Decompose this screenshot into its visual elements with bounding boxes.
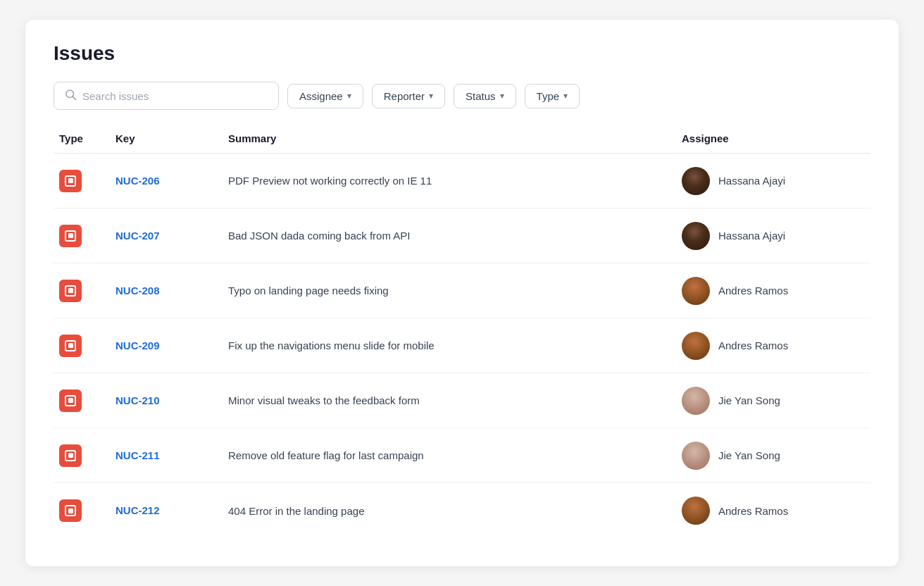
bug-type-icon xyxy=(59,170,82,192)
summary-cell: Typo on landing page needs fixing xyxy=(228,285,682,297)
assignee-cell: Jie Yan Song xyxy=(682,442,865,470)
bug-icon-inner-square xyxy=(68,233,73,238)
assignee-name: Jie Yan Song xyxy=(718,449,780,461)
bug-icon-square xyxy=(65,395,76,406)
bug-icon-square xyxy=(65,285,76,297)
type-cell xyxy=(59,335,116,357)
table-header: Type Key Summary Assignee xyxy=(54,132,870,154)
type-cell xyxy=(59,444,116,467)
key-cell[interactable]: NUC-207 xyxy=(116,230,228,242)
avatar xyxy=(682,332,710,360)
type-cell xyxy=(59,499,116,522)
reporter-filter-button[interactable]: Reporter ▾ xyxy=(372,84,445,108)
summary-cell: Minor visual tweaks to the feedback form xyxy=(228,394,682,406)
issues-table: Type Key Summary Assignee NUC-206 PDF Pr… xyxy=(54,132,870,538)
assignee-cell: Andres Ramos xyxy=(682,332,865,360)
bug-icon-square xyxy=(65,505,76,516)
type-cell xyxy=(59,280,116,302)
bug-type-icon xyxy=(59,444,82,467)
assignee-name: Andres Ramos xyxy=(718,505,788,517)
issues-card: Issues Assignee ▾ Reporter ▾ Status ▾ Ty… xyxy=(25,20,899,566)
assignee-name: Hassana Ajayi xyxy=(718,230,785,242)
type-cell xyxy=(59,225,116,247)
type-filter-label: Type xyxy=(537,90,560,102)
assignee-name: Andres Ramos xyxy=(718,339,788,351)
key-cell[interactable]: NUC-212 xyxy=(116,504,228,517)
summary-cell: 404 Error in the landing page xyxy=(228,505,682,517)
assignee-cell: Hassana Ajayi xyxy=(682,167,865,195)
avatar xyxy=(682,497,710,525)
bug-icon-square xyxy=(65,175,76,187)
key-cell[interactable]: NUC-210 xyxy=(116,394,228,407)
table-row[interactable]: NUC-209 Fix up the navigations menu slid… xyxy=(54,318,870,373)
table-row[interactable]: NUC-210 Minor visual tweaks to the feedb… xyxy=(54,373,870,428)
bug-type-icon xyxy=(59,225,82,247)
col-header-key: Key xyxy=(116,132,228,144)
search-icon xyxy=(64,88,77,104)
search-input[interactable] xyxy=(82,90,268,102)
status-filter-button[interactable]: Status ▾ xyxy=(454,84,516,108)
issue-key-link[interactable]: NUC-209 xyxy=(116,339,160,351)
issue-key-link[interactable]: NUC-208 xyxy=(116,285,160,297)
type-filter-button[interactable]: Type ▾ xyxy=(525,84,580,108)
assignee-cell: Hassana Ajayi xyxy=(682,222,865,250)
table-row[interactable]: NUC-212 404 Error in the landing page An… xyxy=(54,483,870,538)
type-cell xyxy=(59,389,116,412)
bug-type-icon xyxy=(59,389,82,412)
issue-key-link[interactable]: NUC-210 xyxy=(116,394,160,406)
assignee-name: Hassana Ajayi xyxy=(718,175,785,187)
bug-icon-inner-square xyxy=(68,288,73,293)
avatar xyxy=(682,442,710,470)
col-header-summary: Summary xyxy=(228,132,682,144)
bug-type-icon xyxy=(59,335,82,357)
bug-icon-square xyxy=(65,340,76,351)
assignee-cell: Andres Ramos xyxy=(682,277,865,305)
key-cell[interactable]: NUC-211 xyxy=(116,449,228,462)
chevron-down-icon: ▾ xyxy=(563,91,568,101)
bug-icon-inner-square xyxy=(68,509,73,513)
bug-icon-inner-square xyxy=(68,398,73,403)
bug-icon-square xyxy=(65,230,76,242)
issue-key-link[interactable]: NUC-212 xyxy=(116,504,160,516)
assignee-filter-label: Assignee xyxy=(299,90,343,102)
page-title: Issues xyxy=(54,42,870,65)
chevron-down-icon: ▾ xyxy=(500,91,504,101)
reporter-filter-label: Reporter xyxy=(384,90,425,102)
bug-icon-square xyxy=(65,450,76,461)
avatar xyxy=(682,387,710,415)
key-cell[interactable]: NUC-209 xyxy=(116,339,228,352)
table-row[interactable]: NUC-208 Typo on landing page needs fixin… xyxy=(54,263,870,318)
bug-type-icon xyxy=(59,280,82,302)
assignee-cell: Andres Ramos xyxy=(682,497,865,525)
avatar xyxy=(682,277,710,305)
issue-key-link[interactable]: NUC-211 xyxy=(116,449,160,461)
key-cell[interactable]: NUC-208 xyxy=(116,285,228,297)
type-cell xyxy=(59,170,116,192)
assignee-name: Andres Ramos xyxy=(718,285,788,297)
table-row[interactable]: NUC-207 Bad JSON dada coming back from A… xyxy=(54,208,870,263)
bug-icon-inner-square xyxy=(68,178,73,183)
table-row[interactable]: NUC-206 PDF Preview not working correctl… xyxy=(54,154,870,208)
chevron-down-icon: ▾ xyxy=(347,91,351,101)
summary-cell: Remove old feature flag for last campaig… xyxy=(228,449,682,461)
summary-cell: Fix up the navigations menu slide for mo… xyxy=(228,339,682,351)
assignee-name: Jie Yan Song xyxy=(718,394,780,406)
search-wrapper[interactable] xyxy=(54,82,279,110)
svg-line-1 xyxy=(73,96,75,99)
key-cell[interactable]: NUC-206 xyxy=(116,175,228,187)
assignee-cell: Jie Yan Song xyxy=(682,387,865,415)
assignee-filter-button[interactable]: Assignee ▾ xyxy=(287,84,363,108)
bug-icon-inner-square xyxy=(68,453,73,458)
bug-icon-inner-square xyxy=(68,343,73,348)
status-filter-label: Status xyxy=(466,90,496,102)
avatar xyxy=(682,222,710,250)
issue-key-link[interactable]: NUC-207 xyxy=(116,230,160,242)
issue-key-link[interactable]: NUC-206 xyxy=(116,175,160,187)
col-header-assignee: Assignee xyxy=(682,132,865,144)
table-row[interactable]: NUC-211 Remove old feature flag for last… xyxy=(54,428,870,483)
summary-cell: Bad JSON dada coming back from API xyxy=(228,230,682,242)
bug-type-icon xyxy=(59,499,82,522)
col-header-type: Type xyxy=(59,132,116,144)
toolbar: Assignee ▾ Reporter ▾ Status ▾ Type ▾ xyxy=(54,82,870,110)
avatar xyxy=(682,167,710,195)
